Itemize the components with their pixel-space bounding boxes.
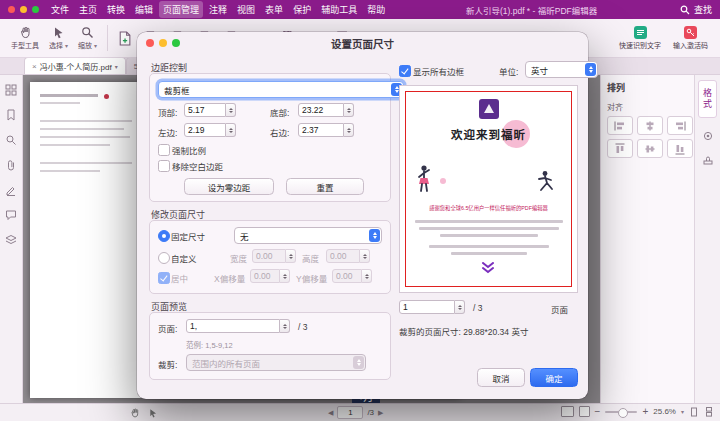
preview-page-field[interactable]: 1 [399, 300, 465, 314]
menu-comment[interactable]: 注释 [205, 1, 231, 18]
custom-size-radio[interactable] [158, 252, 170, 264]
bottom-margin-field[interactable]: 23.22 [298, 103, 354, 117]
close-tab-icon[interactable]: × [32, 62, 37, 71]
menu-convert[interactable]: 转换 [103, 1, 129, 18]
bookmark-panel-icon[interactable] [5, 109, 17, 121]
properties-icon[interactable] [702, 130, 714, 142]
signature-panel-icon[interactable] [5, 184, 17, 196]
tab-format[interactable]: 格式 [698, 80, 717, 118]
layers-panel-icon[interactable] [5, 234, 17, 246]
ok-button[interactable]: 确定 [530, 368, 578, 387]
document-tab-active[interactable]: × 冯小惠-个人简历.pdf ▾ [24, 57, 126, 74]
align-left-icon[interactable] [607, 116, 633, 135]
insert-pages-icon[interactable] [115, 26, 133, 50]
menu-protect[interactable]: 保护 [289, 1, 315, 18]
stepper-icon[interactable] [280, 319, 290, 333]
y-offset-field: 0.00 [332, 269, 372, 283]
next-page-icon[interactable]: ▶ [378, 409, 383, 417]
zoom-slider[interactable] [605, 411, 637, 413]
menu-accessibility[interactable]: 辅助工具 [317, 1, 361, 18]
minimize-window-icon[interactable] [20, 6, 27, 13]
unit-select[interactable]: 英寸 [525, 61, 598, 78]
select-tool-button[interactable]: 选择▾ [44, 25, 73, 51]
reset-button[interactable]: 重置 [286, 178, 364, 195]
remove-white-margins-checkbox[interactable] [158, 160, 170, 172]
stamp-icon[interactable] [702, 154, 714, 166]
menu-help[interactable]: 帮助 [363, 1, 389, 18]
align-bottom-icon[interactable] [667, 139, 693, 158]
current-page-field[interactable]: 1 [337, 406, 363, 419]
chevron-down-icon[interactable]: ▾ [681, 408, 684, 415]
stepper-icon[interactable] [344, 123, 354, 137]
width-label: 宽度 [230, 252, 247, 264]
box-type-value: 裁剪框 [164, 84, 190, 96]
top-margin-field[interactable]: 5.17 [184, 103, 236, 117]
constrain-checkbox[interactable] [158, 144, 170, 156]
fit-page-icon[interactable] [561, 406, 574, 417]
page-count-label: /3 [367, 408, 374, 417]
align-center-icon[interactable] [637, 116, 663, 135]
cancel-button[interactable]: 取消 [477, 368, 525, 387]
fixed-size-select[interactable]: 无 [234, 227, 382, 244]
zoom-tool-button[interactable]: 缩放▾ [73, 25, 102, 51]
page-size-dialog: 设置页面尺寸 边距控制 裁剪框 顶部: 5.17 底部: 23.22 左边: 2… [137, 32, 588, 399]
stepper-icon[interactable] [226, 123, 236, 137]
left-margin-field[interactable]: 2.19 [184, 123, 236, 137]
hand-tool-status-icon[interactable] [130, 408, 140, 418]
comments-panel-icon[interactable] [5, 209, 17, 221]
right-margin-field[interactable]: 2.37 [298, 123, 354, 137]
page-range-field[interactable]: 1, [186, 319, 290, 333]
select-tool-status-icon[interactable] [148, 408, 158, 418]
find-label[interactable]: 查找 [694, 3, 712, 16]
fit-width-icon[interactable] [579, 406, 590, 417]
maximize-window-icon[interactable] [32, 6, 39, 13]
search-panel-icon[interactable] [5, 134, 17, 146]
x-offset-field: 0.00 [250, 269, 290, 283]
bottom-margin-label: 底部: [270, 106, 289, 118]
fixed-size-label: 固定尺寸 [171, 230, 205, 242]
zero-margins-button[interactable]: 设为零边距 [184, 178, 274, 195]
zoom-controls: − + 25.6% ▾ [561, 406, 714, 417]
menu-view[interactable]: 视图 [233, 1, 259, 18]
zoom-slider-knob[interactable] [618, 408, 628, 418]
dropdown-stepper-icon [353, 356, 364, 369]
continuous-view-icon[interactable] [704, 407, 714, 417]
thumbnails-panel-icon[interactable] [5, 84, 17, 96]
close-window-icon[interactable] [8, 6, 15, 13]
single-page-view-icon[interactable] [689, 407, 699, 417]
center-checkbox [158, 272, 170, 284]
menu-page-management[interactable]: 页面管理 [159, 1, 203, 18]
illustration-person-left [416, 164, 432, 192]
align-middle-icon[interactable] [637, 139, 663, 158]
navigation-strip [0, 74, 23, 404]
menu-home[interactable]: 主页 [75, 1, 101, 18]
page-preview[interactable]: 欢迎来到福昕 感谢您和全球6.5亿用户一样信任福昕的PDF编辑器 [399, 85, 578, 293]
menu-form[interactable]: 表单 [261, 1, 287, 18]
preview-doc-title: 欢迎来到福昕 [400, 126, 577, 142]
zoom-out-icon[interactable]: − [595, 406, 601, 417]
align-top-icon[interactable] [607, 139, 633, 158]
stepper-icon[interactable] [455, 300, 465, 314]
attachment-panel-icon[interactable] [5, 159, 17, 171]
menu-edit[interactable]: 编辑 [131, 1, 157, 18]
zoom-in-icon[interactable]: + [642, 406, 648, 417]
show-all-borders-checkbox[interactable] [399, 65, 411, 77]
right-tab-strip: 格式 [694, 74, 720, 404]
stepper-icon[interactable] [344, 103, 354, 117]
align-right-icon[interactable] [667, 116, 693, 135]
previous-page-icon[interactable]: ◀ [328, 409, 333, 417]
greeked-text-line [415, 220, 563, 223]
activation-code-button[interactable]: 输入激活码 [673, 26, 708, 50]
search-icon[interactable] [680, 5, 690, 15]
menu-file[interactable]: 文件 [47, 1, 73, 18]
quick-ocr-button[interactable]: 快速识别文字 [619, 26, 661, 50]
box-type-select[interactable]: 裁剪框 [158, 81, 404, 98]
menubar: 文件 主页 转换 编辑 页面管理 注释 视图 表单 保护 辅助工具 帮助 新人引… [0, 0, 720, 19]
width-field: 0.00 [252, 249, 296, 263]
crop-scope-select: 范围内的所有页面 [186, 354, 366, 371]
fixed-size-radio[interactable] [158, 230, 170, 242]
hand-tool-button[interactable]: 手型工具 [6, 25, 44, 51]
zoom-level[interactable]: 25.6% [653, 407, 676, 416]
select-tool-label: 选择 [49, 40, 63, 50]
stepper-icon[interactable] [226, 103, 236, 117]
